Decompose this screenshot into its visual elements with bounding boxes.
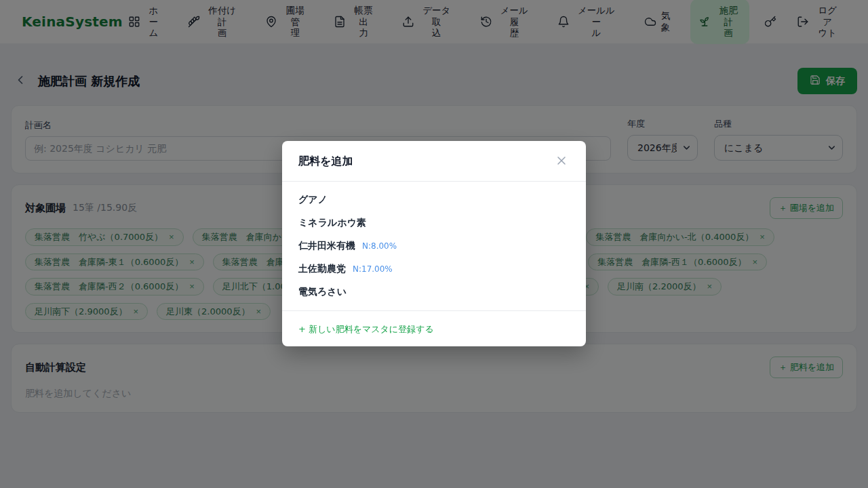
fertilizer-option[interactable]: 仁井田米有機 N:8.00% [282,235,586,258]
fertilizer-option[interactable]: ミネラルホウ素 [282,211,586,235]
fertilizer-n-value: N:17.00% [353,264,393,274]
fertilizer-name: 仁井田米有機 [298,240,355,252]
fertilizer-option[interactable]: 電気ろさい [282,281,586,304]
fertilizer-name: 土佐勤農党 [298,263,346,275]
fertilizer-name: グアノ [298,194,328,206]
close-icon [555,154,568,169]
modal-close-button[interactable] [553,152,570,171]
register-new-fertilizer-link[interactable]: + 新しい肥料をマスタに登録する [298,324,434,334]
fertilizer-n-value: N:8.00% [362,241,397,251]
modal-title: 肥料を追加 [298,155,353,169]
fertilizer-name: 電気ろさい [298,286,347,298]
fertilizer-list: グアノ ミネラルホウ素 仁井田米有機 N:8.00% 土佐勤農党 N:17.00… [282,182,586,310]
add-fertilizer-modal: 肥料を追加 グアノ ミネラルホウ素 仁井田米有機 N:8.00% 土佐勤農党 N… [282,141,586,346]
fertilizer-option[interactable]: 土佐勤農党 N:17.00% [282,258,586,281]
fertilizer-name: ミネラルホウ素 [298,217,366,229]
fertilizer-option[interactable]: グアノ [282,188,586,211]
